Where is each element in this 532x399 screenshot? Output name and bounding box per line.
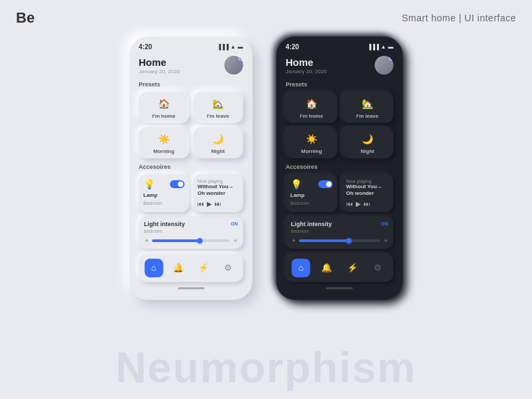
- preset-morning-light[interactable]: ☀️ Morning: [139, 127, 190, 158]
- nav-home-dark[interactable]: ⌂: [292, 259, 311, 277]
- preset-morning-label-light: Morning: [153, 148, 174, 154]
- home-title-light: Home: [139, 57, 180, 68]
- music-next-icon[interactable]: ⏭: [215, 200, 221, 207]
- music-prev-icon[interactable]: ⏮: [198, 200, 204, 207]
- home-nav-icon-dark: ⌂: [299, 263, 304, 273]
- lamp-toggle-dark[interactable]: [319, 180, 333, 188]
- slider-thumb-dark[interactable]: [346, 238, 351, 243]
- slider-row-light: ✦ ☀: [144, 237, 238, 244]
- home-info-light: Home January 20, 2020: [139, 57, 180, 74]
- bolt-icon-light: ⚡: [198, 263, 209, 273]
- top-bar: Be Smart home | UI interface: [0, 9, 532, 27]
- music-song-dark: Without You – Oh wonder: [346, 184, 389, 198]
- music-now-playing-light: Now playing: [198, 179, 239, 184]
- home-date-light: January 20, 2020: [139, 68, 180, 74]
- slider-track-dark[interactable]: [299, 239, 380, 242]
- intensity-top-light: Light intensity ON: [144, 221, 238, 227]
- status-icons-dark: ▐▐▐ ▲ ▬: [368, 44, 394, 50]
- moon-icon-dark: 🌙: [361, 132, 374, 146]
- intensity-on-dark: ON: [381, 221, 388, 226]
- battery-icon-dark: ▬: [388, 44, 394, 50]
- house-outline-icon-dark: 🏡: [361, 97, 374, 110]
- home-date-dark: January 20, 2020: [286, 68, 327, 74]
- nav-bolt-dark[interactable]: ⚡: [343, 259, 362, 277]
- intensity-sub-light: bedroom: [144, 229, 238, 233]
- bottom-nav-light: ⌂ 🔔 ⚡ ⚙: [139, 254, 243, 282]
- lamp-card-light[interactable]: 💡 Lamp Bedroom: [139, 174, 190, 212]
- nav-bolt-light[interactable]: ⚡: [194, 259, 213, 277]
- music-card-light: Now playing Without You – Oh wonder ⏮ ▶ …: [193, 174, 243, 212]
- preset-home-light[interactable]: 🏠 I'm home: [139, 92, 190, 123]
- slider-fill-dark: [299, 239, 348, 242]
- house-outline-icon-light: 🏡: [211, 97, 225, 110]
- lamp-sub-dark: Bedroom: [291, 201, 333, 205]
- preset-leave-dark[interactable]: 🏡 I'm leave: [342, 92, 394, 123]
- preset-leave-light[interactable]: 🏡 I'm leave: [193, 92, 243, 123]
- avatar-badge-light: [239, 56, 243, 61]
- music-song-light: Without You – Oh wonder: [198, 184, 239, 198]
- status-time-dark: 4:20: [286, 43, 299, 51]
- accessories-label-light: Accesoires: [139, 164, 243, 170]
- wifi-icon-dark: ▲: [381, 44, 386, 50]
- bolt-icon-dark: ⚡: [347, 263, 358, 273]
- slider-thumb-light[interactable]: [197, 238, 202, 243]
- avatar-light: [225, 56, 243, 74]
- music-prev-icon-dark[interactable]: ⏮: [346, 200, 353, 207]
- gear-icon-dark: ⚙: [374, 263, 382, 273]
- intensity-sub-dark: bedroom: [291, 229, 388, 233]
- lamp-label-light: Lamp: [144, 192, 185, 198]
- lamp-card-dark[interactable]: 💡 Lamp Bedroom: [286, 174, 338, 212]
- moon-icon-light: 🌙: [211, 132, 225, 146]
- lamp-sub-light: Bedroom: [144, 201, 185, 205]
- music-play-icon[interactable]: ▶: [207, 200, 212, 207]
- status-bar-light: 4:20 ▐▐▐ ▲ ▬: [139, 43, 243, 51]
- house-icon-light: 🏠: [157, 97, 170, 110]
- home-info-dark: Home January 20, 2020: [286, 57, 327, 74]
- home-indicator-light: [178, 287, 204, 289]
- presets-label-dark: Presets: [286, 81, 394, 88]
- preset-leave-label-dark: I'm leave: [356, 113, 378, 119]
- intensity-title-light: Light intensity: [144, 221, 186, 227]
- slider-min-icon-light: ✦: [144, 237, 150, 244]
- status-time-light: 4:20: [139, 43, 152, 51]
- preset-home-dark[interactable]: 🏠 I'm home: [286, 92, 338, 123]
- intensity-card-light: Light intensity ON bedroom ✦ ☀: [139, 216, 243, 249]
- music-next-icon-dark[interactable]: ⏭: [364, 200, 370, 207]
- music-play-icon-dark[interactable]: ▶: [356, 200, 361, 207]
- preset-night-light[interactable]: 🌙 Night: [193, 127, 243, 158]
- neuro-watermark: Neumorphism: [116, 343, 416, 392]
- home-nav-icon-light: ⌂: [151, 263, 156, 273]
- nav-gear-light[interactable]: ⚙: [219, 259, 237, 277]
- phone-header-light: Home January 20, 2020: [139, 56, 243, 74]
- lamp-top-dark: 💡: [291, 179, 333, 190]
- intensity-top-dark: Light intensity ON: [291, 221, 388, 227]
- intensity-on-light: ON: [231, 221, 238, 226]
- accessories-label-dark: Accesoires: [286, 164, 394, 170]
- brand-logo: Be: [16, 9, 35, 27]
- lamp-label-dark: Lamp: [291, 192, 333, 198]
- slider-min-icon-dark: ✦: [291, 237, 297, 244]
- nav-bell-light[interactable]: 🔔: [169, 259, 188, 277]
- signal-icon: ▐▐▐: [217, 44, 229, 50]
- page-title: Smart home | UI interface: [402, 13, 516, 23]
- preset-night-dark[interactable]: 🌙 Night: [342, 127, 394, 158]
- slider-max-icon-dark: ☀: [383, 237, 388, 244]
- presets-label-light: Presets: [139, 81, 243, 88]
- preset-morning-dark[interactable]: ☀️ Morning: [286, 127, 338, 158]
- gear-icon-light: ⚙: [224, 263, 232, 273]
- preset-home-label-light: I'm home: [152, 113, 176, 119]
- preset-night-label-light: Night: [211, 148, 225, 154]
- nav-bell-dark[interactable]: 🔔: [317, 259, 336, 277]
- slider-track-light[interactable]: [152, 239, 230, 242]
- avatar-dark: [375, 56, 394, 74]
- bell-icon-light: 🔔: [173, 263, 184, 273]
- dark-phone: 4:20 ▐▐▐ ▲ ▬ Home January 20, 2020 Prese…: [277, 37, 403, 300]
- lamp-icon-dark: 💡: [291, 179, 302, 190]
- nav-gear-dark[interactable]: ⚙: [368, 259, 387, 277]
- preset-night-label-dark: Night: [360, 148, 374, 154]
- preset-leave-label-light: I'm leave: [207, 113, 229, 119]
- light-phone: 4:20 ▐▐▐ ▲ ▬ Home January 20, 2020 Prese…: [130, 37, 253, 300]
- lamp-toggle-light[interactable]: [170, 180, 184, 188]
- accessories-row-dark: 💡 Lamp Bedroom Now playing Without You –…: [286, 174, 394, 212]
- nav-home-light[interactable]: ⌂: [144, 259, 163, 277]
